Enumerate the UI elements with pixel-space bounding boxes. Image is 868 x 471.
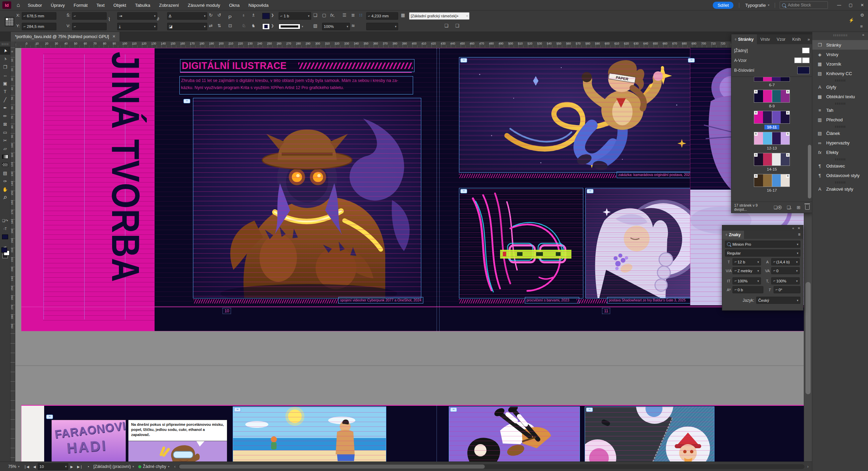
object-style-grid-icon[interactable]: ▦: [401, 13, 405, 18]
scroll-right-icon[interactable]: ›: [807, 464, 809, 469]
indent-lines-icon[interactable]: ≣: [351, 13, 355, 18]
menu-item-0[interactable]: Soubor: [23, 3, 47, 8]
chevron-down-icon[interactable]: ▾: [203, 25, 206, 28]
fill-flyout-chevron[interactable]: ❯: [271, 13, 274, 17]
dock-item-glyfy[interactable]: AGlyfy: [812, 82, 868, 92]
link-badge-icon[interactable]: ∞: [450, 407, 457, 412]
rotation-angle-dropdown[interactable]: ∆▾: [167, 12, 207, 20]
page-number-11[interactable]: 11: [602, 308, 610, 314]
skew-field[interactable]: ▴▾0°: [774, 286, 800, 293]
horizontal-ruler[interactable]: 0102030405060708090100110120130140150160…: [10, 41, 812, 48]
scissors-tool[interactable]: ✂: [0, 136, 10, 144]
pen-tool[interactable]: ✒: [0, 104, 10, 112]
stepper-icons[interactable]: ▴▾: [734, 270, 737, 272]
preflight-profile-dropdown[interactable]: [Základní] (pracovní) ▾: [93, 464, 134, 469]
window-close-button[interactable]: ✕: [856, 1, 868, 10]
select-container-icon[interactable]: P: [228, 14, 232, 20]
vertical-scale-field[interactable]: ▴▾100%▾: [732, 277, 761, 284]
workspace-switcher[interactable]: Typografie: [745, 3, 766, 8]
window-minimize-button[interactable]: —: [833, 1, 845, 10]
zoom-level-dropdown[interactable]: 75% ▾: [8, 464, 20, 469]
fill-color-swatch[interactable]: [262, 13, 270, 19]
tab-swatches[interactable]: Vzor: [773, 34, 789, 44]
go-to-parent-icon[interactable]: ♁: [242, 13, 245, 18]
kerning-field[interactable]: ▴▾Z metriky▾: [732, 267, 761, 274]
constrain-proportions-icon[interactable]: ⌇: [108, 16, 110, 22]
dock-item-hypervazby[interactable]: ∞Hypervazby: [812, 138, 868, 147]
x-position-field[interactable]: ▴▾ 678,5 mm: [22, 12, 56, 20]
stepper-icons[interactable]: ▴▾: [773, 270, 775, 272]
pencil-tool[interactable]: ✏: [0, 112, 10, 120]
comic-speech-panel[interactable]: Na dnešní pokus si připravíme porcelánov…: [128, 420, 227, 461]
gear-icon[interactable]: ⚙: [860, 13, 864, 18]
chevron-down-icon[interactable]: ▾: [307, 14, 309, 18]
master-B-číslování[interactable]: B-číslování: [731, 65, 812, 75]
share-button[interactable]: Sdílet: [713, 2, 733, 9]
stepper-icons[interactable]: ▴▾: [773, 261, 775, 263]
width-field[interactable]: ▴▾: [72, 12, 107, 20]
selection-tool[interactable]: ➤: [0, 47, 10, 55]
caption-left-image[interactable]: spojení videoher Cyberpunk 2077 a OneSho…: [338, 297, 423, 303]
pink-divider-block[interactable]: JINÁ TVORBA: [21, 48, 155, 331]
select-last-icon[interactable]: ♞: [251, 23, 255, 28]
gap-tool[interactable]: ↔: [0, 71, 10, 79]
tab-layers[interactable]: Vrstv: [757, 34, 773, 44]
line-tool[interactable]: ╱: [0, 95, 10, 104]
page-number-10[interactable]: 10: [223, 308, 231, 314]
opacity-field[interactable]: 100% ▾: [322, 23, 350, 30]
artwork-neon-sketch[interactable]: [459, 188, 583, 298]
collapse-dock-icon[interactable]: «: [862, 33, 864, 37]
default-fill-stroke-icon[interactable]: ❏↷: [0, 216, 10, 225]
horizontal-scale-field[interactable]: ▴▾100%▾: [771, 277, 800, 284]
gradient-tool[interactable]: [0, 153, 10, 161]
chevron-down-icon[interactable]: ▾: [153, 25, 156, 28]
gradient-feather-tool[interactable]: [0, 161, 10, 169]
spread-thumb-8-9[interactable]: BB: [754, 90, 790, 103]
link-badge-icon[interactable]: ∞: [234, 407, 241, 412]
caption-bottom-left-image[interactable]: procvičení s barvami, 2023: [525, 297, 579, 303]
stepper-icons[interactable]: ▴▾: [776, 289, 778, 291]
menu-item-2[interactable]: Formát: [69, 3, 92, 8]
note-tool[interactable]: ▤: [0, 169, 10, 177]
font-family-dropdown[interactable]: Minion Pro ▾: [725, 241, 800, 248]
body-text-frame[interactable]: Zhruba od 11 let se zajímám o digitální …: [179, 76, 413, 94]
home-icon[interactable]: ⌂: [17, 2, 20, 8]
chevron-down-icon[interactable]: ▾: [756, 279, 759, 283]
document-canvas[interactable]: JINÁ TVORBA DIGITÁLNÍ ILUSTRACE Zhruba o…: [10, 48, 812, 461]
link-badge-icon[interactable]: ∞: [587, 189, 594, 193]
chevron-down-icon[interactable]: ▾: [795, 269, 798, 273]
rectangle-tool[interactable]: ▭: [0, 128, 10, 136]
dock-grip[interactable]: ▮▮▮▮▮▮▮▮: [812, 34, 868, 37]
workspace-chevron-icon[interactable]: ▾: [768, 3, 769, 7]
first-page-button[interactable]: ❘◀: [24, 465, 29, 469]
direct-selection-tool[interactable]: ➢: [0, 55, 10, 63]
preflight-status[interactable]: Žádné chyby ▾: [138, 464, 170, 469]
align-grid-icon[interactable]: ∷: [359, 13, 362, 18]
character-panel-menu-icon[interactable]: ≡: [795, 231, 803, 239]
link-badge-icon[interactable]: ∞: [586, 407, 593, 412]
opacity-icon[interactable]: ▧: [313, 23, 317, 28]
height-field[interactable]: ▴▾: [72, 23, 107, 30]
stroke-type-chevron[interactable]: ▾: [302, 25, 303, 28]
effects-fx-icon[interactable]: fx,: [330, 13, 335, 18]
free-transform-tool[interactable]: ▱: [0, 144, 10, 153]
menu-item-5[interactable]: Tabulka: [130, 3, 155, 8]
toolbar-grip[interactable]: ▮▮▮▮: [0, 42, 10, 46]
gap-value-field[interactable]: ▴▾4,233 mm: [366, 12, 398, 20]
dock-item-znakové-styly[interactable]: AZnakové styly: [812, 184, 868, 194]
collapse-panel-icon[interactable]: «: [792, 226, 794, 230]
chevron-down-icon[interactable]: ▾: [795, 279, 798, 283]
baseline-shift-field[interactable]: ▴▾0 b: [732, 286, 763, 293]
link-badge-icon[interactable]: ∞: [46, 415, 53, 419]
select-previous-icon[interactable]: ♗: [251, 13, 255, 18]
edit-spread-icon[interactable]: ❏⦿: [774, 205, 782, 210]
stepper-icons[interactable]: ▴▾: [734, 280, 737, 282]
language-dropdown[interactable]: Český▾: [756, 297, 800, 304]
frame-tool[interactable]: ⊠: [0, 120, 10, 128]
artwork-space-character[interactable]: PAPER: [459, 57, 701, 173]
hand-tool[interactable]: ✋: [0, 185, 10, 193]
spread-12-13-partial[interactable]: FARAONOVI HADI ∞ Na dnešní pokus si přip…: [21, 405, 812, 461]
adobe-stock-search[interactable]: Adobe Stock: [780, 1, 828, 9]
spread-thumb-12-13[interactable]: BB: [754, 132, 790, 145]
stroke-weight-field[interactable]: ▴▾1 b ▾: [279, 12, 311, 20]
